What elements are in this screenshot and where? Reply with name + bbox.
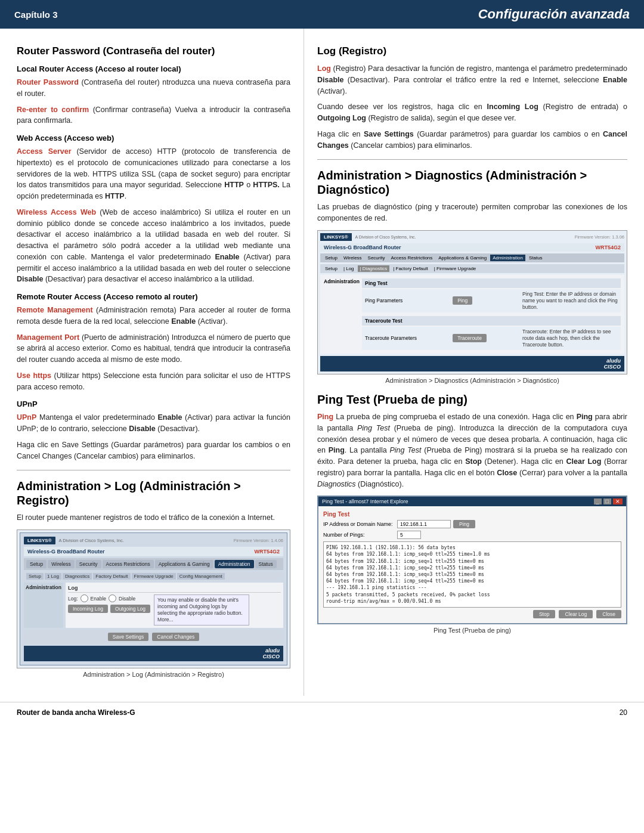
diag-ping-btn[interactable]: Ping <box>453 296 472 305</box>
access-server-term: Access Server <box>17 147 72 156</box>
ping-params-label: Ping Parameters <box>365 298 402 304</box>
ping-test-section: Ping Test (Prueba de ping) Ping La prueb… <box>317 392 627 634</box>
diag-subnav-setup[interactable]: Setup <box>323 265 340 272</box>
router-password-section: Router Password (Contraseña del router) … <box>17 45 290 462</box>
nav-wireless[interactable]: Wireless <box>48 560 75 568</box>
diag-nav-access[interactable]: Access Restrictions <box>388 255 435 261</box>
ping-stop-btn[interactable]: Stop <box>533 610 556 618</box>
nav-access[interactable]: Access Restrictions <box>103 560 154 568</box>
minimize-btn[interactable]: _ <box>594 498 602 504</box>
linksys-subtitle: A Division of Cisco Systems, Inc. <box>59 538 124 543</box>
ping-times-label: Number of Pings: <box>323 532 395 538</box>
diag-subnav-firmware[interactable]: | Firmware Upgrade <box>432 265 479 272</box>
admin-diag-title: Administration > Diagnostics (Administra… <box>317 168 627 197</box>
ping-window-section-title: Ping Test <box>323 511 621 518</box>
use-https-term: Use https <box>17 371 51 380</box>
wireless-access-text: (Web de acceso inalámbrico) Si utiliza e… <box>17 208 290 284</box>
ping-clear-btn[interactable]: Clear Log <box>559 610 593 618</box>
upnp-text: Mantenga el valor predeterminado Enable … <box>17 413 290 433</box>
nav-apps[interactable]: Applications & Gaming <box>155 560 213 568</box>
local-access-title: Local Router Access (Acceso al router lo… <box>17 64 290 73</box>
subnav-log[interactable]: 1 Log <box>45 573 61 580</box>
subnav-diag[interactable]: Diagnostics <box>63 573 92 580</box>
page-footer: Router de banda ancha Wireless-G 20 <box>0 702 644 723</box>
diag-subnav-log[interactable]: | Log <box>341 265 357 272</box>
diag-nav-wireless[interactable]: Wireless <box>341 255 364 261</box>
nav-admin[interactable]: Administration <box>215 560 254 568</box>
section-divider-1 <box>17 470 290 470</box>
nav-setup[interactable]: Setup <box>26 560 47 568</box>
admin-log-title: Administration > Log (Administración > R… <box>17 479 290 507</box>
diag-router-name: Wireless-G BroadBand Router <box>324 244 401 250</box>
diag-nav-status[interactable]: Status <box>527 255 545 261</box>
admin-log-intro: El router puede mantener registros de to… <box>17 512 290 524</box>
remote-mgmt-term: Remote Management <box>17 306 93 314</box>
nav-security[interactable]: Security <box>76 560 101 568</box>
upnp-def: UPnP Mantenga el valor predeterminado En… <box>17 412 290 435</box>
log-para-1: Log (Registro) Para desactivar la funció… <box>317 63 627 97</box>
ping-close-btn[interactable]: Close <box>596 610 621 618</box>
use-https-text: (Utilizar https) Seleccione esta función… <box>17 371 290 391</box>
diag-firmware: Firmware Version: 1.3.06 <box>575 234 624 240</box>
subnav-firmware[interactable]: Firmware Upgrade <box>132 573 176 580</box>
log-section: Log (Registro) Log (Registro) Para desac… <box>317 45 627 151</box>
left-column: Router Password (Contraseña del router) … <box>0 29 304 696</box>
page-header: Capítulo 3 Configuración avanzada <box>0 0 644 29</box>
mgmt-port-def: Management Port (Puerto de administració… <box>17 332 290 366</box>
ping-test-para: Ping La prueba de ping comprueba el esta… <box>317 411 627 490</box>
diag-traceroute-btn[interactable]: Traceroute <box>453 334 487 342</box>
subnav-config[interactable]: Config Management <box>177 573 225 580</box>
diag-nav-admin[interactable]: Administration <box>490 255 525 261</box>
ping-window: Ping Test - allmost7 Internet Explore _ … <box>317 496 627 624</box>
maximize-btn[interactable]: □ <box>603 498 611 504</box>
diag-subnav-diag[interactable]: | Diagnostics <box>358 265 390 272</box>
router-password-def: Router Password (Contraseña del router) … <box>17 77 290 100</box>
ping-ip-label: IP Address or Domain Name: <box>323 521 395 527</box>
diag-screenshot-caption: Administration > Diagnostics (Administra… <box>317 377 627 384</box>
router-password-title: Router Password (Contraseña del router) <box>17 45 290 57</box>
ping-go-btn[interactable]: Ping <box>453 520 475 528</box>
diag-nav-apps[interactable]: Applications & Gaming <box>436 255 489 261</box>
mgmt-port-term: Management Port <box>17 333 79 342</box>
log-info-box: You may enable or disable the unit's inc… <box>154 594 249 625</box>
upnp-term: UPnP <box>17 413 36 422</box>
log-cancel-btn[interactable]: Cancel Changes <box>152 633 199 641</box>
ping-test-row: Ping Parameters Ping Ping Test: Enter th… <box>362 289 621 312</box>
log-enable-radio[interactable] <box>80 594 88 602</box>
log-save-btn[interactable]: Save Settings <box>108 633 148 641</box>
footer-router-label: Router de banda ancha Wireless-G <box>17 708 135 717</box>
diag-linksys-logo: LINKSYS® <box>320 233 352 241</box>
ping-ip-input[interactable] <box>397 520 451 528</box>
log-radio-row: Log: Enable Disable <box>68 594 150 602</box>
wireless-access-term: Wireless Access Web <box>17 208 96 216</box>
nav-status[interactable]: Status <box>255 560 277 568</box>
log-content-area: Administration Log Log: Enable Disable <box>24 583 283 628</box>
outgoing-log-btn[interactable]: Outgoing Log <box>110 605 150 613</box>
subnav-factory[interactable]: Factory Default <box>93 573 130 580</box>
right-column: Log (Registro) Log (Registro) Para desac… <box>304 29 644 696</box>
log-options-area: Log: Enable Disable Incoming Log Outgoin… <box>68 594 281 625</box>
admin-log-section: Administration > Log (Administración > R… <box>17 479 290 678</box>
admin-label: Administration <box>24 583 63 628</box>
log-heading: Log <box>68 585 281 593</box>
log-main-area: Log Log: Enable Disable Incom <box>66 583 283 628</box>
log-disable-radio[interactable] <box>109 594 116 602</box>
reenter-def: Re-enter to confirm (Confirmar contraseñ… <box>17 104 290 127</box>
diag-subnav-factory[interactable]: | Factory Default <box>391 265 431 272</box>
window-close-btn[interactable]: ✕ <box>613 498 623 504</box>
incoming-log-btn[interactable]: Incoming Log <box>68 605 108 613</box>
diag-linksys-sub: A Division of Cisco Systems, Inc. <box>355 235 416 239</box>
remote-mgmt-def: Remote Management (Administración remota… <box>17 305 290 327</box>
diag-admin-label: Administration <box>324 278 360 350</box>
reenter-term: Re-enter to confirm <box>17 106 89 114</box>
traceroute-params-label: Traceroute Parameters <box>365 335 417 341</box>
cisco-logo: aluduCISCO <box>27 648 280 659</box>
log-controls: Log: Enable Disable Incoming Log Outgoin… <box>68 594 150 613</box>
diag-nav-security[interactable]: Security <box>366 255 388 261</box>
admin-diag-intro: Las pruebas de diagnóstico (ping y trace… <box>317 202 627 224</box>
log-button-row: Incoming Log Outgoing Log <box>68 605 150 613</box>
ping-times-input[interactable] <box>397 531 421 539</box>
wireless-access-def: Wireless Access Web (Web de acceso inalá… <box>17 207 290 285</box>
diag-nav-setup[interactable]: Setup <box>323 255 340 261</box>
subnav-setup[interactable]: Setup <box>26 573 44 580</box>
